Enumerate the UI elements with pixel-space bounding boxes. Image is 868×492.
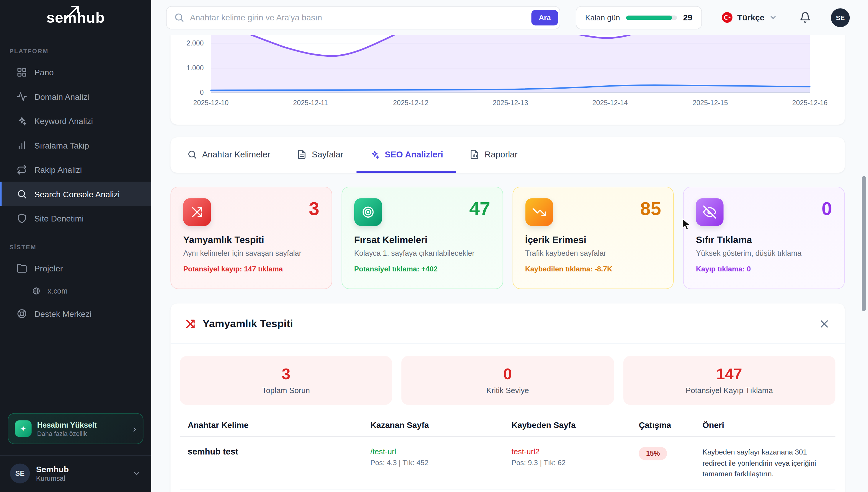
- tab-anahtar-kelimeler[interactable]: Anahtar Kelimeler: [174, 137, 284, 173]
- sidebar-item-label: x.com: [48, 287, 68, 295]
- sidebar-item-destek-merkezi[interactable]: Destek Merkezi: [0, 301, 151, 326]
- avatar[interactable]: SE: [831, 8, 850, 27]
- tab-sayfalar[interactable]: Sayfalar: [283, 137, 356, 173]
- winner-page-cell: /test-url Pos: 4.3 | Tık: 452: [362, 447, 504, 479]
- sidebar: semhub PLATFORM Pano Domain Analizi Keyw…: [0, 0, 151, 492]
- performance-chart: 2.000 1.000 0 2025-12-10 2025-12-11 2025…: [171, 35, 845, 125]
- x-tick: 2025-12-16: [792, 99, 827, 106]
- life-buoy-icon: [17, 308, 27, 319]
- stat-title: Sıfır Tıklama: [696, 235, 832, 246]
- column-header: Öneri: [695, 420, 835, 436]
- stat-footer: Kayıp tıklama: 0: [696, 265, 832, 273]
- sidebar-item-search-console-analizi[interactable]: Search Console Analizi: [0, 181, 151, 206]
- summary-potential-lost-clicks: 147 Potansiyel Kayıp Tıklama: [623, 356, 836, 405]
- globe-icon: [32, 287, 41, 295]
- avatar: SE: [10, 463, 30, 484]
- shield-icon: [17, 213, 27, 224]
- content-area: Ara Kalan gün 29 Türkçe SE: [151, 0, 868, 492]
- x-tick: 2025-12-15: [693, 99, 728, 106]
- sidebar-item-project-xcom[interactable]: x.com: [0, 280, 151, 301]
- sparkles-icon: [17, 116, 27, 126]
- performance-chart-card: 2.000 1.000 0 2025-12-10 2025-12-11 2025…: [171, 35, 845, 125]
- column-header: Kaybeden Sayfa: [504, 420, 631, 436]
- stat-subtitle: Yüksek gösterim, düşük tıklama: [696, 249, 832, 257]
- loser-page-cell: test-url2 Pos: 9.3 | Tık: 62: [504, 447, 631, 479]
- search-icon: [187, 149, 197, 159]
- sidebar-item-label: Projeler: [34, 264, 63, 273]
- column-header: Anahtar Kelime: [180, 420, 362, 436]
- notifications-bell-icon[interactable]: [799, 11, 811, 23]
- stat-value: 0: [822, 198, 832, 219]
- tab-seo-analizleri[interactable]: SEO Analizleri: [357, 137, 456, 173]
- tab-label: Sayfalar: [312, 149, 343, 159]
- sidebar-item-pano[interactable]: Pano: [0, 60, 151, 84]
- loser-meta: Pos: 9.3 | Tık: 62: [512, 459, 623, 467]
- stat-card-opportunity-keywords[interactable]: 47 Fırsat Kelimeleri Kolayca 1. sayfaya …: [341, 187, 503, 289]
- stat-footer: Potansiyel tıklama: +402: [354, 265, 490, 273]
- bar-chart-icon: [17, 140, 27, 150]
- language-selector[interactable]: Türkçe: [721, 11, 777, 23]
- search-icon: [174, 12, 184, 22]
- remaining-days-value: 29: [683, 13, 692, 22]
- y-tick: 2.000: [186, 39, 204, 47]
- cannibalization-icon: [183, 198, 211, 226]
- tab-label: Anahtar Kelimeler: [202, 149, 270, 159]
- topbar: Ara Kalan gün 29 Türkçe SE: [151, 0, 868, 35]
- logo-text: semhub: [46, 9, 104, 26]
- turkish-flag-icon: [721, 11, 733, 23]
- sidebar-user-menu[interactable]: SE Semhub Kurumsal: [0, 455, 151, 492]
- series-purple-area: [211, 35, 810, 93]
- cannibalization-icon: [185, 318, 196, 329]
- column-header: Çatışma: [631, 420, 695, 436]
- x-tick: 2025-12-14: [592, 99, 628, 106]
- stat-card-cannibalization[interactable]: 3 Yamyamlık Tespiti Aynı kelimeler için …: [171, 187, 332, 289]
- sidebar-item-projeler[interactable]: Projeler: [0, 256, 151, 280]
- table-header-row: Anahtar Kelime Kazanan Sayfa Kaybeden Sa…: [180, 420, 835, 437]
- vertical-scrollbar[interactable]: [862, 176, 866, 311]
- sidebar-item-site-denetimi[interactable]: Site Denetimi: [0, 206, 151, 231]
- column-header: Kazanan Sayfa: [362, 420, 504, 436]
- report-icon: [470, 149, 480, 159]
- remaining-days-widget: Kalan gün 29: [576, 6, 702, 29]
- upgrade-text: Hesabını Yükselt Daha fazla özellik: [37, 421, 97, 437]
- panel-body: 3 Toplam Sorun 0 Kritik Seviye 147 Potan…: [171, 344, 845, 490]
- search-input[interactable]: [166, 6, 560, 29]
- panel-title: Yamyamlık Tespiti: [203, 318, 293, 330]
- chevron-down-icon: [132, 469, 141, 478]
- analysis-tabs: Anahtar Kelimeler Sayfalar SEO Analizler…: [171, 137, 845, 173]
- stat-footer: Kaybedilen tıklama: -8.7K: [525, 265, 661, 273]
- upgrade-account-card[interactable]: ✦ Hesabını Yükselt Daha fazla özellik ›: [8, 413, 143, 444]
- tab-raporlar[interactable]: Raporlar: [456, 137, 531, 173]
- close-icon[interactable]: [818, 318, 830, 330]
- x-tick: 2025-12-13: [493, 99, 528, 106]
- stat-card-content-decay[interactable]: 85 İçerik Erimesi Trafik kaybeden sayfal…: [512, 187, 674, 289]
- sidebar-item-keyword-analizi[interactable]: Keyword Analizi: [0, 109, 151, 133]
- sidebar-item-siralama-takip[interactable]: Sıralama Takip: [0, 133, 151, 157]
- stat-title: Yamyamlık Tespiti: [183, 235, 320, 246]
- stat-title: Fırsat Kelimeleri: [354, 235, 490, 246]
- x-tick: 2025-12-10: [193, 99, 229, 106]
- stat-card-zero-click[interactable]: 0 Sıfır Tıklama Yüksek gösterim, düşük t…: [683, 187, 845, 289]
- x-tick: 2025-12-11: [293, 99, 328, 106]
- winner-url-link[interactable]: /test-url: [370, 447, 496, 456]
- stat-value: 47: [469, 198, 490, 219]
- cannibalization-panel: Yamyamlık Tespiti 3 Toplam Sorun 0 Kriti…: [171, 303, 845, 492]
- summary-label: Kritik Seviye: [486, 386, 529, 395]
- sparkles-icon: ✦: [15, 420, 32, 437]
- summary-label: Toplam Sorun: [262, 386, 310, 395]
- logo[interactable]: semhub: [0, 0, 151, 35]
- folder-icon: [17, 263, 27, 273]
- loser-url-link[interactable]: test-url2: [512, 447, 623, 456]
- search-submit-button[interactable]: Ara: [532, 10, 558, 25]
- sidebar-item-rakip-analizi[interactable]: Rakip Analizi: [0, 157, 151, 182]
- y-tick: 0: [200, 89, 204, 96]
- sidebar-item-domain-analizi[interactable]: Domain Analizi: [0, 84, 151, 109]
- suggestion-cell: Kaybeden sayfayı kazanana 301 redirect i…: [695, 447, 835, 479]
- summary-value: 0: [503, 366, 512, 383]
- target-icon: [354, 198, 382, 226]
- sidebar-item-label: Keyword Analizi: [34, 116, 93, 125]
- chevron-right-icon: ›: [133, 423, 136, 434]
- seo-analysis-cards: 3 Yamyamlık Tespiti Aynı kelimeler için …: [171, 187, 845, 289]
- search-box: Ara: [166, 6, 560, 29]
- remaining-days-progressbar: [626, 15, 677, 20]
